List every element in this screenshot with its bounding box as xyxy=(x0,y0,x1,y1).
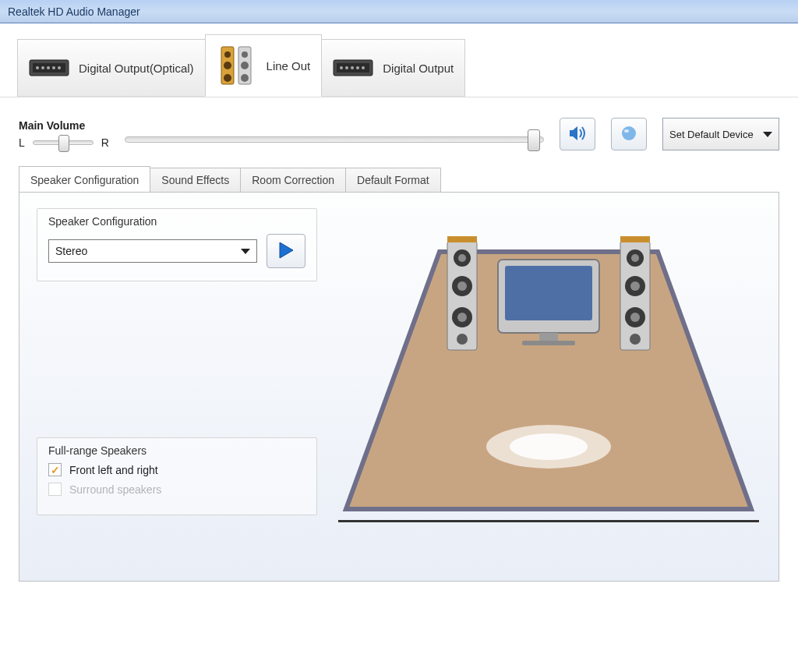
svg-point-13 xyxy=(241,62,249,69)
front-speakers-label: Front left and right xyxy=(69,464,158,476)
svg-rect-29 xyxy=(539,333,558,341)
svg-point-34 xyxy=(458,254,466,262)
config-row: Stereo xyxy=(48,234,305,268)
svg-rect-32 xyxy=(447,236,477,242)
room-baseline xyxy=(338,520,759,522)
svg-point-21 xyxy=(362,66,365,69)
svg-point-20 xyxy=(356,66,359,69)
svg-point-43 xyxy=(631,254,639,262)
svg-point-5 xyxy=(52,66,55,69)
crystal-orb-icon xyxy=(620,125,637,144)
tab-label: Room Correction xyxy=(252,174,334,186)
svg-point-17 xyxy=(340,66,343,69)
svg-point-10 xyxy=(224,74,231,82)
balance-block: Main Volume L R xyxy=(19,119,109,149)
left-column: Speaker Configuration Stereo xyxy=(37,208,317,557)
svg-point-18 xyxy=(345,66,348,69)
play-test-button[interactable] xyxy=(267,234,305,268)
right-speaker-icon xyxy=(620,236,650,350)
inner-tab-strip: Speaker Configuration Sound Effects Room… xyxy=(19,168,779,192)
play-icon xyxy=(277,241,295,262)
svg-point-38 xyxy=(457,313,467,322)
checkbox-disabled-icon xyxy=(48,483,62,496)
tab-label: Default Format xyxy=(357,174,429,186)
svg-point-9 xyxy=(224,62,231,69)
svg-point-47 xyxy=(630,313,640,322)
svg-point-36 xyxy=(457,281,467,291)
tab-label: Speaker Configuration xyxy=(30,174,139,186)
tab-page-line-out: Main Volume L R xyxy=(0,118,798,600)
svg-point-23 xyxy=(624,129,629,133)
svg-point-22 xyxy=(622,126,636,140)
svg-point-14 xyxy=(241,74,249,82)
main-volume-label: Main Volume xyxy=(19,119,109,132)
balance-slider[interactable]: L R xyxy=(19,136,109,149)
speaker-config-select[interactable]: Stereo xyxy=(48,239,257,263)
balance-right-label: R xyxy=(101,136,109,149)
speaker-config-title: Speaker Configuration xyxy=(48,215,305,228)
amplifier-icon xyxy=(29,50,69,86)
tab-room-correction[interactable]: Room Correction xyxy=(240,168,346,192)
sound-effect-button[interactable] xyxy=(611,118,647,150)
tab-label: Digital Output(Optical) xyxy=(79,62,194,75)
tab-sound-effects[interactable]: Sound Effects xyxy=(150,168,241,192)
full-range-title: Full-range Speakers xyxy=(48,444,305,457)
tab-label: Line Out xyxy=(267,59,311,73)
full-range-group: Full-range Speakers ✓ Front left and rig… xyxy=(37,437,317,515)
svg-rect-41 xyxy=(620,236,650,242)
mute-button[interactable] xyxy=(560,118,595,150)
tab-digital-output-optical[interactable]: Digital Output(Optical) xyxy=(17,39,206,97)
balance-left-label: L xyxy=(19,136,25,149)
svg-point-19 xyxy=(351,66,354,69)
svg-point-12 xyxy=(242,51,248,58)
svg-point-48 xyxy=(630,334,641,345)
surround-speakers-checkbox-row: Surround speakers xyxy=(48,483,305,496)
front-speakers-checkbox-row[interactable]: ✓ Front left and right xyxy=(48,463,305,476)
main-content: Digital Output(Optical) Line Out xyxy=(0,39,798,600)
main-volume-thumb[interactable] xyxy=(528,129,540,151)
svg-point-45 xyxy=(630,281,640,291)
svg-point-2 xyxy=(36,66,39,69)
balance-thumb[interactable] xyxy=(58,135,69,152)
set-default-device-dropdown[interactable]: Set Default Device xyxy=(662,118,779,150)
tab-label: Sound Effects xyxy=(161,174,229,186)
svg-point-6 xyxy=(58,66,61,69)
set-default-device-label: Set Default Device xyxy=(669,129,754,140)
svg-point-4 xyxy=(47,66,50,69)
speaker-config-group: Speaker Configuration Stereo xyxy=(37,208,317,281)
title-bar: Realtek HD Audio Manager xyxy=(0,0,798,23)
svg-point-8 xyxy=(224,51,231,58)
left-speaker-icon xyxy=(447,236,477,350)
svg-point-26 xyxy=(510,433,588,460)
room-3d-icon xyxy=(338,213,759,525)
amplifier-icon xyxy=(333,50,373,86)
speaker-configuration-panel: Speaker Configuration Stereo xyxy=(19,192,779,582)
speaker-sound-icon xyxy=(567,123,588,146)
tab-line-out[interactable]: Line Out xyxy=(205,34,323,97)
balance-track[interactable] xyxy=(33,140,94,145)
chevron-down-icon xyxy=(241,249,250,254)
svg-point-3 xyxy=(41,66,44,69)
window-title: Realtek HD Audio Manager xyxy=(8,5,140,18)
speaker-config-value: Stereo xyxy=(55,245,87,257)
svg-rect-28 xyxy=(505,266,592,320)
output-tab-strip: Digital Output(Optical) Line Out xyxy=(0,39,798,97)
tab-default-format[interactable]: Default Format xyxy=(345,168,441,192)
chevron-down-icon xyxy=(763,132,772,137)
tab-label: Digital Output xyxy=(383,62,454,75)
room-visualization xyxy=(336,208,761,557)
speakers-icon xyxy=(217,48,257,83)
tab-digital-output[interactable]: Digital Output xyxy=(321,39,465,97)
tab-speaker-configuration[interactable]: Speaker Configuration xyxy=(19,166,150,192)
surround-speakers-label: Surround speakers xyxy=(69,483,161,496)
volume-row: Main Volume L R xyxy=(19,118,779,150)
svg-rect-30 xyxy=(522,341,575,345)
svg-point-39 xyxy=(457,334,468,345)
checkbox-checked-icon[interactable]: ✓ xyxy=(48,463,62,476)
main-volume-slider[interactable] xyxy=(125,136,544,143)
